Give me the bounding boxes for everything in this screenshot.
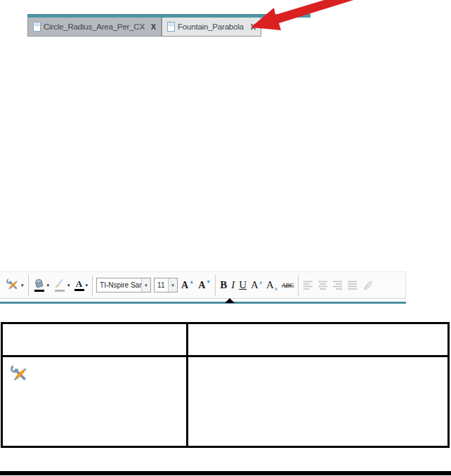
toolbar-separator <box>92 275 93 296</box>
text-color-swatch <box>74 289 84 291</box>
table-header-row <box>2 323 449 356</box>
line-color-button[interactable]: ▾ <box>52 274 72 297</box>
table-cell <box>188 323 449 356</box>
select-arrow-icon[interactable]: ▼ <box>168 278 177 292</box>
dropdown-caret-icon: ▾ <box>86 283 89 288</box>
superscript-button[interactable]: A a <box>249 274 263 297</box>
decrease-font-label: A <box>198 280 205 291</box>
up-triangle-icon: ▲ <box>189 279 194 284</box>
text-formatting-toolbar: ▾ ▾ <box>0 271 406 299</box>
text-color-icon: A <box>74 280 84 291</box>
table-cell <box>2 323 188 356</box>
quill-button[interactable] <box>360 274 374 297</box>
italic-button[interactable]: I <box>230 274 236 297</box>
superscript-base: A <box>251 280 259 290</box>
bottom-rule <box>0 471 451 475</box>
tab-close-button[interactable]: x <box>247 22 256 31</box>
align-left-icon <box>303 281 313 290</box>
dropdown-caret-icon: ▾ <box>21 283 24 288</box>
page: Circle_Radius_Area_Per_CX x Fountain_Par… <box>0 0 451 476</box>
bold-button[interactable]: B <box>218 274 228 297</box>
text-color-button[interactable]: A ▾ <box>73 274 90 297</box>
toolbar-separator <box>298 275 299 296</box>
bold-label: B <box>220 280 227 290</box>
tab-label: Circle_Radius_Area_Per_CX <box>44 22 145 31</box>
align-center-icon <box>318 281 328 290</box>
tools-icon <box>11 365 30 384</box>
table-row <box>2 356 449 447</box>
tab-fountain-parabola[interactable]: Fountain_Parabola x <box>162 18 261 37</box>
italic-label: I <box>231 280 235 290</box>
tools-button[interactable]: ▾ <box>5 274 25 297</box>
underline-label: U <box>239 280 247 290</box>
down-triangle-icon: ▼ <box>206 279 211 284</box>
justify-button[interactable] <box>346 274 359 297</box>
strikethrough-button[interactable]: ABC <box>280 274 296 297</box>
content-table <box>1 322 450 448</box>
justify-icon <box>347 281 358 290</box>
subscript-base: A <box>266 280 274 290</box>
tab-close-button[interactable]: x <box>147 22 156 31</box>
fill-color-button[interactable]: ▾ <box>32 274 51 297</box>
table-cell <box>188 356 449 447</box>
align-right-icon <box>332 281 343 290</box>
increase-font-label: A <box>181 280 188 291</box>
font-size-value: 11 <box>155 278 168 292</box>
tab-circle-radius-area-per-cx[interactable]: Circle_Radius_Area_Per_CX x <box>27 18 162 37</box>
font-family-select[interactable]: TI-Nspire Sans ▼ <box>96 278 151 292</box>
subscript-mark: a <box>275 285 277 292</box>
dropdown-caret-icon: ▾ <box>67 283 70 288</box>
dropdown-caret-icon: ▾ <box>47 283 50 288</box>
superscript-mark: a <box>259 278 262 285</box>
line-color-icon <box>53 278 66 289</box>
select-arrow-icon[interactable]: ▼ <box>141 278 150 292</box>
font-family-value: TI-Nspire Sans <box>97 278 141 292</box>
document-icon <box>33 22 41 32</box>
toolbar-underline <box>0 302 406 304</box>
toolbar-separator <box>215 275 216 296</box>
tab-label: Fountain_Parabola <box>178 22 244 31</box>
line-color-swatch <box>55 290 65 292</box>
align-right-button[interactable] <box>331 274 344 297</box>
subscript-button[interactable]: A a <box>265 274 279 297</box>
increase-font-size-button[interactable]: A ▲ <box>180 274 195 297</box>
underline-button[interactable]: U <box>237 274 248 297</box>
align-center-button[interactable] <box>316 274 329 297</box>
fill-color-icon <box>33 278 46 289</box>
table-cell <box>2 356 188 447</box>
strikethrough-label: ABC <box>282 282 294 289</box>
toolbar-separator <box>28 275 29 296</box>
tools-icon <box>6 278 20 292</box>
font-size-select[interactable]: 11 ▼ <box>154 278 178 292</box>
document-icon <box>167 22 175 32</box>
align-left-button[interactable] <box>301 274 315 297</box>
decrease-font-size-button[interactable]: A ▼ <box>197 274 212 297</box>
fill-color-swatch <box>34 290 44 292</box>
quill-icon <box>362 280 373 291</box>
toolbar-collapse-handle[interactable] <box>225 298 235 303</box>
text-color-letter: A <box>76 280 82 288</box>
